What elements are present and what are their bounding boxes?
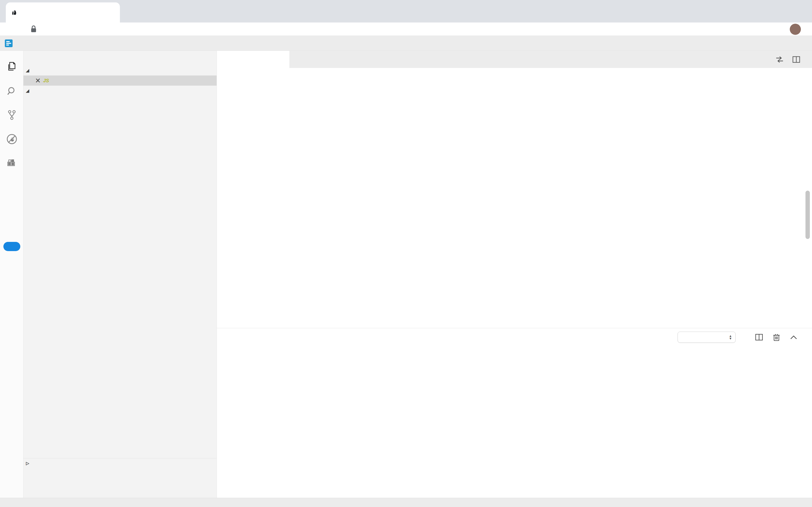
browser-tab[interactable]	[6, 2, 120, 22]
site-favicon	[11, 9, 18, 16]
menubar	[0, 36, 812, 51]
editor-tab[interactable]	[217, 51, 289, 68]
close-icon[interactable]: ✕	[35, 77, 41, 84]
panel-header: ▲▼	[217, 328, 812, 346]
search-icon[interactable]	[5, 84, 18, 98]
split-editor-icon[interactable]	[792, 55, 800, 64]
chevron-right-icon: ▷	[23, 461, 32, 466]
js-file-icon: JS	[41, 78, 51, 83]
terminal-select[interactable]: ▲▼	[678, 332, 736, 343]
vscode-logo-icon	[4, 39, 13, 48]
terminal-htop[interactable]	[217, 349, 812, 498]
bottom-panel: ▲▼	[217, 328, 812, 498]
open-editor-item[interactable]: ✕ JS	[23, 75, 216, 86]
open-editors-header[interactable]: ◢	[23, 65, 216, 75]
app-root: ◢ ✕ JS ◢ ▷	[0, 0, 812, 507]
select-arrows-icon: ▲▼	[729, 335, 732, 340]
debug-disabled-icon[interactable]	[5, 132, 18, 146]
chevron-down-icon: ◢	[23, 88, 32, 93]
lock-icon	[30, 25, 37, 33]
split-terminal-icon[interactable]	[755, 333, 763, 341]
activity-bar	[0, 51, 23, 498]
status-bar	[0, 498, 812, 507]
code-area[interactable]	[217, 68, 812, 328]
browser-tabstrip	[0, 0, 812, 22]
open-changes-icon[interactable]	[775, 55, 784, 64]
chevron-down-icon: ◢	[23, 68, 32, 73]
explorer-icon[interactable]	[5, 60, 18, 73]
outline-header[interactable]: ▷	[23, 458, 216, 468]
editor-area	[217, 51, 812, 328]
explorer-sidebar: ◢ ✕ JS ◢ ▷	[23, 51, 217, 498]
browser-toolbar	[0, 22, 812, 36]
maximize-panel-icon[interactable]	[790, 335, 798, 340]
minimap[interactable]	[743, 64, 806, 256]
source-control-icon[interactable]	[5, 108, 18, 121]
editor-tabbar	[217, 51, 812, 68]
extensions-icon[interactable]	[5, 157, 18, 170]
kill-terminal-trash-icon[interactable]	[773, 333, 780, 341]
status-badge[interactable]	[3, 242, 20, 251]
scrollbar-thumb[interactable]	[806, 190, 810, 239]
avatar[interactable]	[790, 24, 801, 35]
workspace-header[interactable]: ◢	[23, 86, 216, 96]
